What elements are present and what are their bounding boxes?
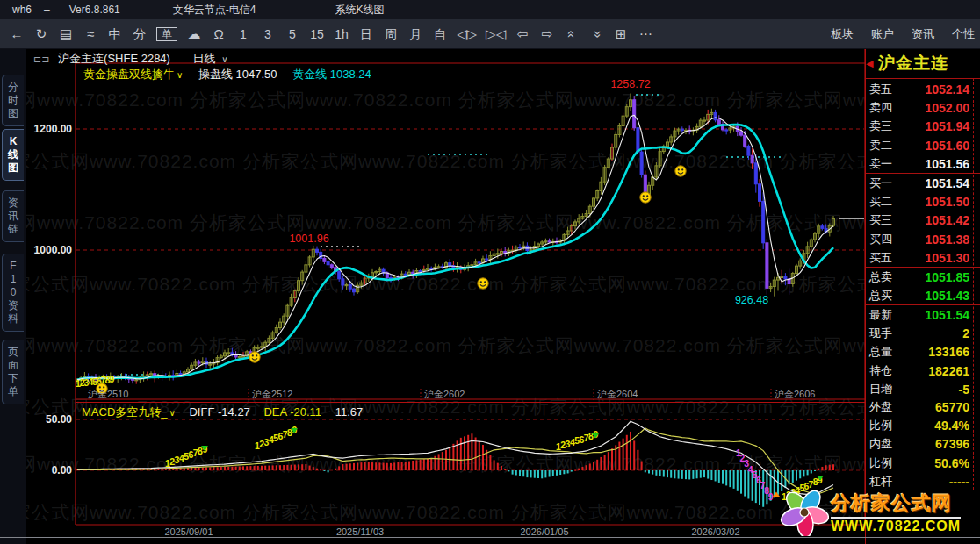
- link-icon: ⊏⊐: [33, 54, 49, 64]
- period-week-button[interactable]: 周: [383, 25, 399, 43]
- chevrons-up-icon[interactable]: «: [563, 26, 580, 42]
- smiley-icon: [478, 278, 488, 289]
- period-selector[interactable]: 日线: [193, 52, 216, 65]
- news-button[interactable]: 资讯: [912, 26, 934, 42]
- quote-row-value: 1051.50: [925, 195, 969, 209]
- quote-row-label: 卖四: [869, 100, 892, 116]
- quote-row-label: 持仓: [869, 363, 892, 379]
- period-caret-icon[interactable]: ∨: [221, 54, 227, 64]
- quote-row-label: 外盘: [869, 399, 892, 415]
- dea-value: -20.11: [290, 405, 321, 419]
- dea-label: DEA: [263, 405, 286, 419]
- title-bar: wh6 – Ver6.8.861 文华云节点-电信4 系统K线图: [0, 0, 980, 19]
- quote-row-买三[interactable]: 买三1051.42: [869, 211, 969, 230]
- quote-row-label: 内盘: [869, 436, 892, 452]
- dotted-segments: [120, 95, 784, 375]
- quote-row-现手[interactable]: 现手2: [869, 324, 969, 342]
- smiley-icon: [675, 166, 686, 176]
- diff-value: -14.27: [218, 405, 250, 419]
- period-day-button[interactable]: 日: [358, 25, 374, 43]
- trend-line-icon[interactable]: ≈: [83, 25, 98, 43]
- quote-row-买四[interactable]: 买四1051.38: [869, 230, 969, 248]
- order-panel-icon[interactable]: 单: [156, 27, 177, 41]
- site-logo: 分析家公式网 WWW.70822.COM: [780, 489, 980, 536]
- quote-row-value: 67396: [935, 437, 969, 451]
- indicator-caret-icon[interactable]: ∨: [177, 70, 183, 80]
- chevrons-down-icon[interactable]: «: [587, 26, 605, 42]
- gold-line: [77, 125, 833, 380]
- personalize-button[interactable]: 个性: [952, 26, 975, 42]
- period-15min-button[interactable]: 15: [309, 25, 325, 43]
- expand-bars-icon[interactable]: ▷◁: [486, 25, 506, 43]
- quote-row-label: 总卖: [869, 269, 892, 285]
- quote-row-value: 2: [962, 326, 969, 340]
- period-5min-button[interactable]: 5: [285, 25, 300, 43]
- quote-row-label: 比例: [869, 418, 892, 433]
- period-custom-button[interactable]: 自: [432, 25, 448, 43]
- quote-row-value: 1051.60: [925, 139, 969, 153]
- quote-row-持仓[interactable]: 持仓182261: [869, 361, 969, 380]
- indicator-header: 黄金操盘双线擒牛∨ 操盘线 1047.50 黄金线 1038.24: [83, 67, 371, 82]
- period-1h-button[interactable]: 1h: [334, 25, 349, 43]
- tab-time-chart[interactable]: 分 时 图: [2, 75, 24, 126]
- account-button[interactable]: 账户: [871, 26, 894, 42]
- quote-row-卖三[interactable]: 卖三1051.94: [869, 118, 969, 136]
- svg-text:0.00: 0.00: [52, 464, 73, 476]
- quote-row-总量[interactable]: 总量133166: [869, 343, 969, 361]
- quote-row-卖一[interactable]: 卖一1051.56: [869, 155, 969, 174]
- period-month-button[interactable]: 月: [407, 25, 423, 43]
- chart-area[interactable]: 1234567891234567891234567891234567891234…: [26, 48, 865, 526]
- compress-bars-icon[interactable]: ◁▷: [457, 25, 477, 43]
- quote-row-卖二[interactable]: 卖二1051.60: [869, 136, 969, 154]
- quote-row-最新[interactable]: 最新1051.54: [869, 305, 969, 324]
- ops-line-value: 1047.50: [236, 68, 277, 81]
- page-left-icon[interactable]: ⇦: [515, 25, 530, 43]
- tab-news-chain[interactable]: 资 讯 链: [2, 190, 24, 242]
- tab-page-order[interactable]: 页 面 下 单: [2, 340, 24, 404]
- indicator-name[interactable]: 黄金操盘双线擒牛: [83, 68, 175, 81]
- app-window: wh6 – Ver6.8.861 文华云节点-电信4 系统K线图 ←↻▤≈中分单…: [0, 0, 980, 544]
- quote-row-比例[interactable]: 比例49.4%: [869, 416, 969, 434]
- svg-text:沪金2512: 沪金2512: [252, 389, 292, 399]
- quote-row-value: 1051.38: [925, 233, 969, 247]
- quote-table-icon[interactable]: ▤: [58, 25, 74, 43]
- smiley-icon: [640, 192, 651, 203]
- macd-caret-icon[interactable]: ∨: [169, 408, 176, 418]
- back-icon[interactable]: ←: [9, 25, 25, 43]
- quote-row-总买[interactable]: 总买1051.43: [869, 286, 969, 304]
- quote-row-value: 1051.43: [925, 289, 969, 303]
- quote-row-外盘[interactable]: 外盘65770: [869, 397, 969, 416]
- more-icon[interactable]: ⋯: [638, 25, 653, 43]
- tab-kline[interactable]: K 线 图: [2, 129, 24, 181]
- quote-row-比例[interactable]: 比例50.6%: [869, 454, 969, 472]
- sector-button[interactable]: 板块: [831, 26, 854, 42]
- quote-row-买五[interactable]: 买五1051.30: [869, 249, 969, 268]
- period-1min-button[interactable]: 1: [235, 25, 251, 43]
- quote-row-买二[interactable]: 买二1051.50: [869, 192, 969, 211]
- cloud-data-icon[interactable]: ☁: [186, 25, 202, 43]
- market-scan-icon[interactable]: 中: [107, 25, 123, 43]
- draw-tools-icon[interactable]: 分: [132, 25, 148, 43]
- tab-f10-info[interactable]: F 1 0 资 料: [2, 254, 24, 332]
- y-axis-labels: 1200.001000.0050.000.00: [34, 123, 73, 476]
- quote-symbol-title[interactable]: 沪金主连: [878, 52, 948, 75]
- panel-divider: [866, 304, 980, 305]
- quote-row-总卖[interactable]: 总卖1051.85: [869, 268, 969, 286]
- alert-bell-icon[interactable]: Ω: [211, 25, 227, 43]
- quote-row-卖四[interactable]: 卖四1052.00: [869, 98, 969, 117]
- quote-row-内盘[interactable]: 内盘67396: [869, 435, 969, 454]
- quote-row-买一[interactable]: 买一1051.54: [869, 174, 969, 192]
- toolbar: ←↻▤≈中分单☁Ω135151h日周月自◁▷▷◁⇦⇨««⊞⋯ 板块账户资讯个性: [0, 19, 980, 49]
- quote-row-label: 卖一: [869, 156, 892, 172]
- quote-row-value: 1051.94: [925, 119, 969, 133]
- kline-chart[interactable]: 1234567891234567891234567891234567891234…: [26, 48, 865, 526]
- period-3min-button[interactable]: 3: [260, 25, 276, 43]
- quote-row-value: -----: [949, 475, 969, 489]
- quote-row-卖五[interactable]: 卖五1052.14: [869, 80, 969, 98]
- gold-line-label: 黄金线: [292, 68, 327, 81]
- refresh-icon[interactable]: ↻: [33, 25, 49, 43]
- macd-indicator-name[interactable]: MACD多空九转_: [82, 405, 168, 419]
- quote-row-label: 卖二: [869, 138, 892, 154]
- page-right-icon[interactable]: ⇨: [539, 25, 555, 43]
- insert-panel-icon[interactable]: ⊞: [613, 25, 629, 43]
